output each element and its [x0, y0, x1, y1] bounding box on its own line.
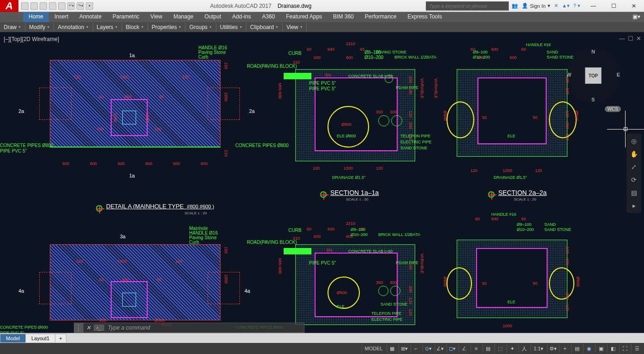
sb-annoscale-icon[interactable]: 人	[519, 344, 530, 353]
viewcube-north[interactable]: N	[591, 49, 595, 54]
search-input[interactable]	[426, 1, 509, 11]
tab-add-button[interactable]: +	[55, 334, 66, 342]
cmdline-handle[interactable]: ⋮	[74, 323, 83, 333]
close-button[interactable]: ✕	[624, 0, 644, 12]
titlebar: A ↶▾ ↷▾ ▾ Autodesk AutoCAD 2017 Drainase…	[0, 0, 644, 12]
sb-gizmo-icon[interactable]: ✦	[507, 344, 518, 353]
app-logo[interactable]: A	[0, 0, 18, 12]
lbl: Ø10–200	[517, 227, 534, 232]
sb-annomonitor-icon[interactable]: +	[559, 344, 570, 353]
sb-grid-icon[interactable]: ▦	[387, 344, 398, 353]
ribbon-tab-home[interactable]: Home	[23, 12, 49, 22]
command-line[interactable]: ✕ ›_ Type a command	[83, 323, 304, 333]
qat-saveas-icon[interactable]	[49, 2, 56, 10]
infocenter-icon[interactable]: 👥	[512, 3, 518, 9]
sb-isolate-icon[interactable]: ▣	[595, 344, 606, 353]
panel-properties[interactable]: Properties▼	[148, 23, 186, 31]
sb-polar-icon[interactable]: ⊙▾	[423, 344, 434, 353]
cmdline-prompt-icon[interactable]: ›_	[94, 324, 104, 331]
panel-annotation[interactable]: Annotation▼	[54, 23, 93, 31]
drawing-viewport[interactable]: [–][Top][2D Wireframe] — ☐ ✕ TOP N S E W…	[0, 32, 644, 333]
sb-lineweight-icon[interactable]: ≡	[471, 344, 482, 353]
tab-layout1[interactable]: Layout1	[25, 334, 55, 342]
viewcube-face[interactable]: TOP	[585, 67, 602, 84]
minimize-button[interactable]: —	[583, 0, 603, 12]
section-2a: 60 840 60 600 600 120 1200 120 50 50 100…	[438, 41, 586, 184]
sb-workspace-icon[interactable]: ⚙▾	[547, 344, 558, 353]
sb-ortho-icon[interactable]: ⌐	[411, 344, 422, 353]
ribbon-tab-bim360[interactable]: BIM 360	[328, 12, 359, 22]
vp-close-icon[interactable]: ✕	[636, 35, 641, 42]
sb-osnap-icon[interactable]: ◻▾	[447, 344, 458, 353]
vp-minimize-icon[interactable]: —	[619, 35, 625, 42]
ribbon-minimize-icon[interactable]: ▣▾	[629, 12, 644, 22]
panel-clipboard[interactable]: Clipboard▼	[246, 23, 282, 31]
qat-save-icon[interactable]	[40, 2, 47, 10]
ribbon-tab-annotate[interactable]: Annotate	[74, 12, 107, 22]
ribbon-tab-a360[interactable]: A360	[256, 12, 280, 22]
viewcube-east[interactable]: E	[617, 72, 620, 77]
vp-maximize-icon[interactable]: ☐	[628, 35, 633, 42]
panel-draw[interactable]: Draw▼	[0, 23, 25, 31]
ribbon-tab-manage[interactable]: Manage	[168, 12, 199, 22]
signin-button[interactable]: 👤 Sign In ▾	[522, 3, 550, 9]
nav-showm-icon[interactable]: ▤	[628, 187, 639, 198]
ribbon-tab-view[interactable]: View	[145, 12, 168, 22]
ribbon-tab-output[interactable]: Output	[199, 12, 227, 22]
sb-transparency-icon[interactable]: ▤	[483, 344, 494, 353]
sb-modelspace[interactable]: MODEL	[362, 344, 386, 353]
sb-units-icon[interactable]: ▤	[571, 344, 582, 353]
panel-groups[interactable]: Groups▼	[185, 23, 216, 31]
lbl: SAND	[547, 50, 558, 54]
dim: VARIABLE	[434, 78, 438, 98]
navigation-bar: ◎ ✋ ⤢ ⟳ ▤ ▸	[626, 134, 641, 213]
exchange-icon[interactable]: ✕	[554, 3, 558, 9]
qat-redo-icon[interactable]: ↷▾	[77, 2, 84, 10]
tab-model[interactable]: Model	[0, 334, 26, 342]
qat-undo-icon[interactable]: ↶▾	[67, 2, 75, 10]
sb-selection-icon[interactable]: ⬚	[495, 344, 506, 353]
sb-scale[interactable]: 1:1▾	[531, 344, 546, 353]
panel-modify[interactable]: Modify▼	[25, 23, 54, 31]
sb-customize-icon[interactable]: ☰	[631, 344, 642, 353]
qat-open-icon[interactable]	[30, 2, 38, 10]
nav-expand-icon[interactable]: ▸	[628, 200, 639, 211]
panel-layers[interactable]: Layers▼	[93, 23, 122, 31]
cmdline-close-icon[interactable]: ✕	[83, 324, 94, 331]
qat-plot-icon[interactable]	[58, 2, 66, 10]
ribbon-tab-addins[interactable]: Add-ins	[227, 12, 256, 22]
panel-utilities[interactable]: Utilities▼	[216, 23, 247, 31]
nav-orbit-icon[interactable]: ⟳	[628, 174, 639, 185]
dim: 120	[376, 166, 383, 171]
panel-view[interactable]: View▼	[283, 23, 307, 31]
panel-block[interactable]: Block▼	[122, 23, 148, 31]
sb-isodraft-icon[interactable]: ∠▾	[435, 344, 446, 353]
nav-zoom-icon[interactable]: ⤢	[628, 161, 639, 172]
cmdline-prompt[interactable]: Type a command	[104, 324, 150, 331]
viewcube-south[interactable]: S	[591, 97, 595, 102]
qat-dropdown-icon[interactable]: ▾	[86, 2, 93, 10]
ribbon-tab-performance[interactable]: Performance	[359, 12, 402, 22]
stayconnected-icon[interactable]: ▲▾	[562, 3, 570, 9]
lbl: SAND STONE	[544, 227, 571, 232]
ribbon-tab-featured[interactable]: Featured Apps	[280, 12, 328, 22]
ribbon-tab-parametric[interactable]: Parametric	[107, 12, 145, 22]
dim: 1000	[113, 113, 118, 122]
ribbon-tab-express[interactable]: Express Tools	[402, 12, 447, 22]
sb-cleanscreen-icon[interactable]: ⛶	[619, 344, 630, 353]
dim: 1000	[145, 113, 150, 122]
nav-wheel-icon[interactable]: ◎	[628, 136, 639, 147]
sb-otrack-icon[interactable]: ∠	[459, 344, 470, 353]
dim: 60	[307, 47, 311, 52]
nav-pan-icon[interactable]: ✋	[628, 148, 639, 159]
maximize-button[interactable]: ☐	[603, 0, 624, 12]
ribbon-tab-insert[interactable]: Insert	[49, 12, 74, 22]
sb-hardware-icon[interactable]: ◧	[607, 344, 618, 353]
dim: VARIABLE	[420, 78, 424, 98]
qat-new-icon[interactable]	[21, 2, 29, 10]
sb-snap-icon[interactable]: ⊞▾	[399, 344, 410, 353]
wcs-badge[interactable]: WCS	[605, 106, 621, 112]
sb-quickprops-icon[interactable]: ◉	[583, 344, 594, 353]
help-icon[interactable]: ? ▾	[573, 3, 580, 9]
viewport-label[interactable]: [–][Top][2D Wireframe]	[4, 36, 59, 42]
